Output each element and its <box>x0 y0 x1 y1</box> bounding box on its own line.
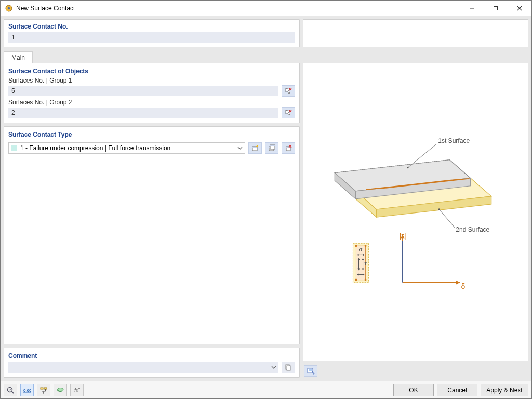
comment-heading: Comment <box>8 352 295 360</box>
svg-line-36 <box>439 209 455 228</box>
sigma-label: σ <box>358 246 362 252</box>
svg-marker-78 <box>78 388 80 390</box>
type-delete-button[interactable] <box>282 142 295 154</box>
tab-main[interactable]: Main <box>4 51 33 63</box>
units-button[interactable]: 0,00 <box>20 384 34 396</box>
group1-pick-button[interactable] <box>282 85 295 97</box>
objects-panel: Surface Contact of Objects Surfaces No. … <box>4 63 300 123</box>
maximize-button[interactable] <box>484 1 508 16</box>
svg-rect-69 <box>41 388 43 389</box>
footer: ? 0,00 fx OK Cancel Apply & Next <box>1 381 531 398</box>
svg-point-75 <box>43 392 44 393</box>
svg-line-65 <box>11 391 14 393</box>
dialog-window: New Surface Contact Surface Contact No. … <box>0 0 532 399</box>
svg-text:0,00: 0,00 <box>23 388 31 393</box>
cancel-button[interactable]: Cancel <box>437 384 477 396</box>
display-button[interactable] <box>54 384 67 396</box>
help-button[interactable]: ? <box>4 384 17 396</box>
axis-delta-label: δ <box>461 282 465 290</box>
tau-label: τ <box>365 260 367 267</box>
svg-rect-70 <box>44 388 47 389</box>
label-1st-surface: 1st Surface <box>438 137 470 144</box>
contact-type-selected-label: 1 - Failure under compression | Full for… <box>20 144 170 152</box>
main-row: Surface Contact of Objects Surfaces No. … <box>4 63 528 378</box>
top-right-blank-panel <box>303 19 528 47</box>
calc-params-button[interactable] <box>37 384 50 396</box>
svg-point-42 <box>355 279 357 281</box>
chevron-down-icon <box>237 145 243 151</box>
tab-bar: Main <box>4 50 528 63</box>
preview-mode-button[interactable] <box>304 365 317 377</box>
top-row: Surface Contact No. <box>4 19 528 47</box>
svg-text:?: ? <box>9 388 11 391</box>
svg-point-37 <box>438 208 440 210</box>
svg-point-76 <box>57 388 63 391</box>
apply-next-button[interactable]: Apply & Next <box>481 384 528 396</box>
svg-point-41 <box>365 245 367 247</box>
comment-combo[interactable] <box>8 362 278 373</box>
svg-rect-22 <box>287 366 290 370</box>
group2-input[interactable] <box>8 108 278 118</box>
ok-button[interactable]: OK <box>393 384 434 396</box>
svg-marker-58 <box>456 281 460 285</box>
svg-point-1 <box>8 7 10 9</box>
function-button[interactable]: fx <box>70 384 84 396</box>
type-heading: Surface Contact Type <box>8 131 295 138</box>
preview-panel: 1st Surface 2nd Surface σ <box>303 63 528 361</box>
objects-heading: Surface Contact of Objects <box>8 68 295 75</box>
left-column: Surface Contact of Objects Surfaces No. … <box>4 63 300 378</box>
svg-text:fx: fx <box>74 388 79 393</box>
group2-label: Surfaces No. | Group 2 <box>8 99 295 106</box>
chevron-down-icon <box>271 365 276 370</box>
type-color-swatch <box>11 145 17 151</box>
svg-point-43 <box>365 279 367 281</box>
svg-rect-16 <box>270 145 275 146</box>
number-heading: Surface Contact No. <box>8 23 295 30</box>
svg-point-40 <box>355 245 357 247</box>
group2-pick-button[interactable] <box>282 107 295 118</box>
contact-type-combo[interactable]: 1 - Failure under compression | Full for… <box>8 142 245 154</box>
app-icon <box>5 4 13 12</box>
titlebar: New Surface Contact <box>1 1 531 16</box>
preview-diagram: 1st Surface 2nd Surface σ <box>303 63 528 361</box>
close-button[interactable] <box>508 1 531 16</box>
right-column: 1st Surface 2nd Surface σ <box>303 63 528 378</box>
svg-point-35 <box>407 167 408 168</box>
contact-number-input[interactable] <box>8 32 295 43</box>
preview-toolbar <box>303 364 528 378</box>
group1-input[interactable] <box>8 86 278 96</box>
type-library-button[interactable] <box>265 142 278 154</box>
window-title: New Surface Contact <box>16 5 75 12</box>
svg-rect-62 <box>309 369 312 371</box>
minimize-button[interactable] <box>460 1 484 16</box>
group1-label: Surfaces No. | Group 1 <box>8 77 295 84</box>
svg-rect-3 <box>494 6 498 10</box>
comment-panel: Comment <box>4 348 300 378</box>
label-2nd-surface: 2nd Surface <box>456 226 489 233</box>
comment-attachment-button[interactable] <box>282 362 295 373</box>
number-panel: Surface Contact No. <box>4 19 300 47</box>
dialog-body: Surface Contact No. Main Surface Contact… <box>1 16 531 381</box>
type-new-button[interactable] <box>248 142 262 154</box>
type-panel: Surface Contact Type 1 - Failure under c… <box>4 126 300 344</box>
